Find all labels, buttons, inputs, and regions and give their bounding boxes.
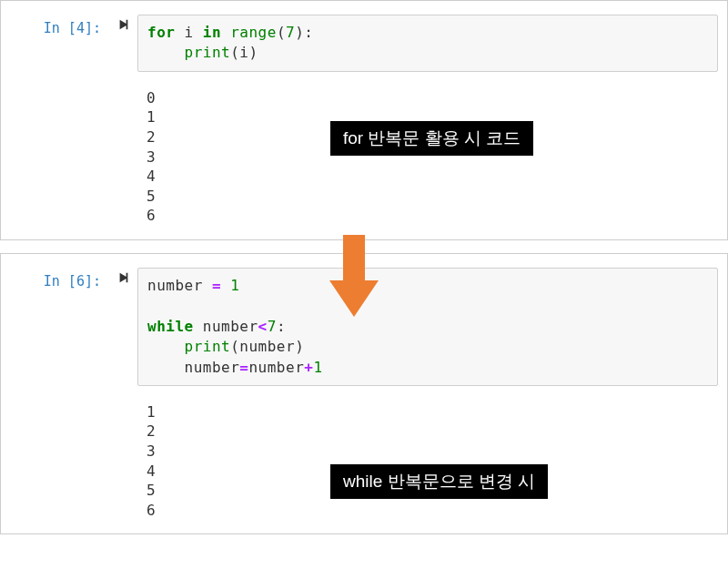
cell-1-code[interactable]: for i in range(7): print(i) <box>137 15 718 72</box>
svg-marker-1 <box>329 280 379 317</box>
annotation-while-label: while 반복문으로 변경 시 <box>329 463 549 500</box>
run-cell-icon[interactable] <box>110 15 137 36</box>
cell-2-output: 1 2 3 4 5 6 <box>137 395 718 521</box>
keyword-for: for <box>147 24 175 41</box>
keyword-in: in <box>203 24 221 41</box>
annotation-for-label: for 반복문 활용 시 코드 <box>329 120 534 157</box>
run-cell-icon[interactable] <box>110 268 137 289</box>
cell-2-prompt: In [6]: <box>10 268 110 290</box>
down-arrow-icon <box>329 235 379 317</box>
keyword-while: while <box>147 318 194 335</box>
cell-2-code[interactable]: number = 1 while number<7: print(number)… <box>137 268 718 386</box>
output-cell-2: . . 1 2 3 4 5 6 <box>1 391 727 525</box>
cell-1-prompt: In [4]: <box>10 15 110 36</box>
code-cell-1: In [4]: for i in range(7): print(i) <box>1 10 727 76</box>
svg-rect-0 <box>343 235 365 285</box>
